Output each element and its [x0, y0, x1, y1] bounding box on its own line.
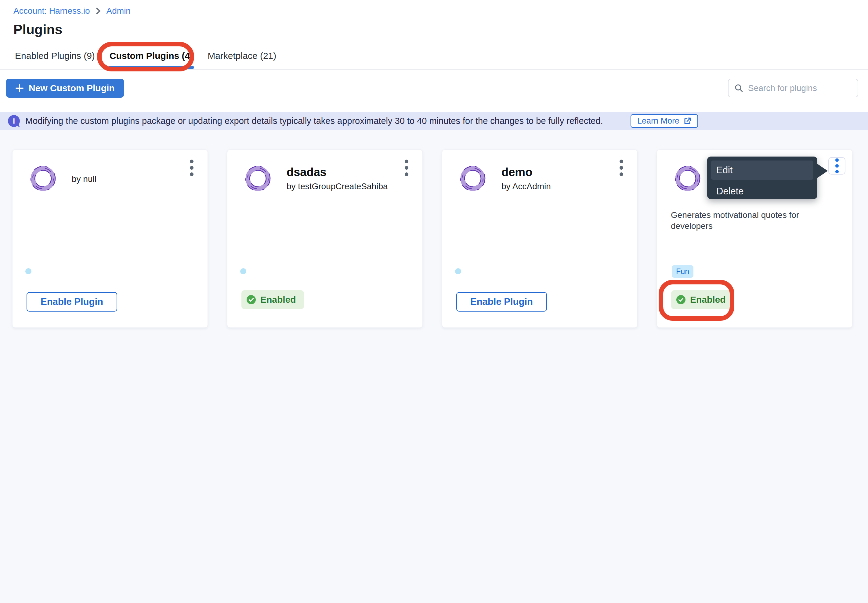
- learn-more-button[interactable]: Learn More: [631, 114, 698, 128]
- tab-enabled-plugins[interactable]: Enabled Plugins (9): [15, 48, 95, 68]
- breadcrumb-account-link[interactable]: Account: Harness.io: [14, 6, 90, 16]
- breadcrumb: Account: Harness.io Admin: [14, 6, 131, 16]
- plugin-byline: by null: [72, 174, 96, 184]
- plugin-logo-icon: [458, 164, 487, 193]
- tabs-divider: [0, 69, 868, 70]
- version-dot: [240, 268, 246, 274]
- tab-custom-plugins[interactable]: Custom Plugins (4): [110, 48, 193, 68]
- category-tag: Fun: [672, 265, 693, 278]
- search-input[interactable]: [748, 83, 858, 93]
- plugin-card-dsadas: dsadas by testGroupCreateSahiba Enabled: [227, 150, 423, 328]
- search-icon: [734, 83, 744, 93]
- enabled-badge: Enabled: [671, 290, 734, 309]
- plus-icon: [15, 84, 24, 93]
- plugins-page: Account: Harness.io Admin Plugins Enable…: [0, 0, 868, 603]
- info-banner: i Modifying the custom plugins package o…: [0, 112, 868, 130]
- tab-bar: Enabled Plugins (9) Custom Plugins (4) M…: [15, 48, 276, 68]
- plugin-title: demo: [501, 166, 532, 179]
- page-title: Plugins: [14, 22, 62, 37]
- plugin-description: Generates motivational quotes for develo…: [671, 210, 840, 232]
- active-tab-underline: [108, 66, 194, 69]
- enable-plugin-button[interactable]: Enable Plugin: [456, 292, 547, 312]
- plugin-title: dsadas: [286, 166, 326, 179]
- page-header: Account: Harness.io Admin Plugins Enable…: [0, 0, 868, 130]
- breadcrumb-admin-link[interactable]: Admin: [107, 6, 131, 16]
- kebab-menu-icon[interactable]: [618, 158, 625, 178]
- version-dot: [25, 268, 31, 274]
- menu-item-delete[interactable]: Delete: [707, 182, 817, 201]
- version-dot: [455, 268, 461, 274]
- plugin-logo-icon: [673, 164, 702, 193]
- banner-text: Modifying the custom plugins package or …: [25, 116, 603, 126]
- info-icon: i: [8, 115, 20, 127]
- plugin-logo-icon: [243, 164, 272, 193]
- plugin-search: [728, 79, 858, 97]
- new-custom-plugin-button[interactable]: New Custom Plugin: [6, 79, 124, 97]
- check-circle-icon: [246, 295, 256, 305]
- menu-item-edit[interactable]: Edit: [711, 161, 813, 180]
- plugin-logo-icon: [28, 164, 58, 193]
- chevron-right-icon: [95, 7, 102, 15]
- kebab-menu-icon[interactable]: [188, 158, 195, 178]
- plugin-card-null: by null Enable Plugin: [12, 150, 208, 328]
- card-context-menu: Edit Delete: [707, 156, 817, 199]
- plugin-byline: by testGroupCreateSahiba: [286, 182, 388, 191]
- enable-plugin-button[interactable]: Enable Plugin: [26, 292, 117, 312]
- check-circle-icon: [676, 295, 686, 305]
- kebab-menu-icon[interactable]: [403, 158, 410, 178]
- plugin-byline: by AccAdmin: [501, 182, 551, 191]
- tab-marketplace[interactable]: Marketplace (21): [207, 48, 276, 68]
- plugin-card-demo: demo by AccAdmin Enable Plugin: [442, 150, 637, 328]
- enabled-badge: Enabled: [241, 290, 304, 309]
- kebab-menu-button-active[interactable]: [828, 157, 845, 175]
- external-link-icon: [683, 117, 691, 125]
